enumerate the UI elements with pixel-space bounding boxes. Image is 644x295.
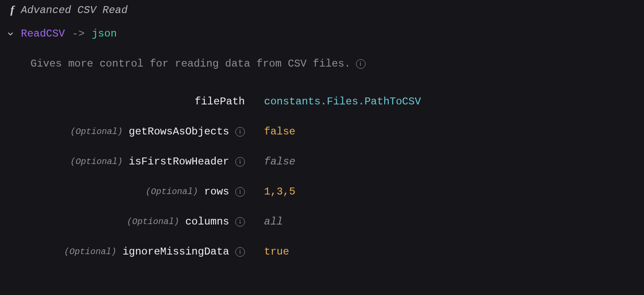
param-name: isFirstRowHeader (129, 156, 229, 168)
param-label: (Optional)rows (31, 186, 264, 198)
signature-arrow: -> (72, 28, 85, 40)
signature-text: ReadCSV -> json (21, 28, 117, 40)
param-value-text[interactable]: constants.Files.PathToCSV (264, 96, 421, 107)
param-label: (Optional)isFirstRowHeader (31, 156, 264, 168)
info-icon[interactable] (356, 59, 366, 69)
param-value[interactable]: all (264, 216, 636, 228)
function-title: Advanced CSV Read (21, 4, 128, 16)
info-icon[interactable] (235, 217, 245, 227)
optional-tag: (Optional) (146, 187, 198, 197)
param-row: (Optional)isFirstRowHeaderfalse (31, 156, 636, 168)
function-header: f Advanced CSV Read (8, 3, 636, 17)
param-row: (Optional)columnsall (31, 216, 636, 228)
param-label: (Optional)columns (31, 216, 264, 228)
optional-tag: (Optional) (71, 127, 123, 137)
param-name: getRowsAsObjects (129, 126, 229, 137)
param-value-text[interactable]: false (264, 126, 295, 137)
optional-tag: (Optional) (64, 247, 116, 257)
function-icon: f (8, 3, 17, 17)
param-value[interactable]: false (264, 126, 636, 137)
optional-tag: (Optional) (71, 157, 123, 167)
info-icon[interactable] (235, 157, 245, 167)
optional-tag: (Optional) (127, 217, 179, 227)
param-name: rows (204, 186, 229, 198)
param-value[interactable]: true (264, 246, 636, 258)
param-value-text[interactable]: false (264, 156, 295, 168)
param-name: columns (185, 216, 229, 228)
function-description: Gives more control for reading data from… (31, 58, 351, 70)
info-icon[interactable] (235, 247, 245, 257)
param-name: filePath (195, 96, 245, 107)
param-row: (Optional)getRowsAsObjectsfalse (31, 126, 636, 137)
function-description-row: Gives more control for reading data from… (31, 58, 636, 70)
chevron-down-icon[interactable] (5, 29, 16, 39)
info-icon[interactable] (235, 127, 245, 137)
param-label: filePath (31, 96, 264, 107)
param-row: filePathconstants.Files.PathToCSV (31, 96, 636, 107)
param-label: (Optional)ignoreMissingData (31, 246, 264, 258)
param-name: ignoreMissingData (122, 246, 229, 258)
param-value-text[interactable]: all (264, 216, 283, 228)
info-icon[interactable] (235, 187, 245, 197)
param-value-text[interactable]: 1,3,5 (264, 186, 295, 198)
function-signature[interactable]: ReadCSV -> json (5, 28, 636, 40)
param-row: (Optional)ignoreMissingDatatrue (31, 246, 636, 258)
signature-return-type: json (92, 28, 117, 40)
signature-name: ReadCSV (21, 28, 65, 40)
param-value[interactable]: false (264, 156, 636, 168)
param-value[interactable]: constants.Files.PathToCSV (264, 96, 636, 107)
parameter-list: filePathconstants.Files.PathToCSV(Option… (31, 96, 636, 258)
param-label: (Optional)getRowsAsObjects (31, 126, 264, 137)
param-row: (Optional)rows1,3,5 (31, 186, 636, 198)
param-value-text[interactable]: true (264, 246, 289, 258)
param-value[interactable]: 1,3,5 (264, 186, 636, 198)
